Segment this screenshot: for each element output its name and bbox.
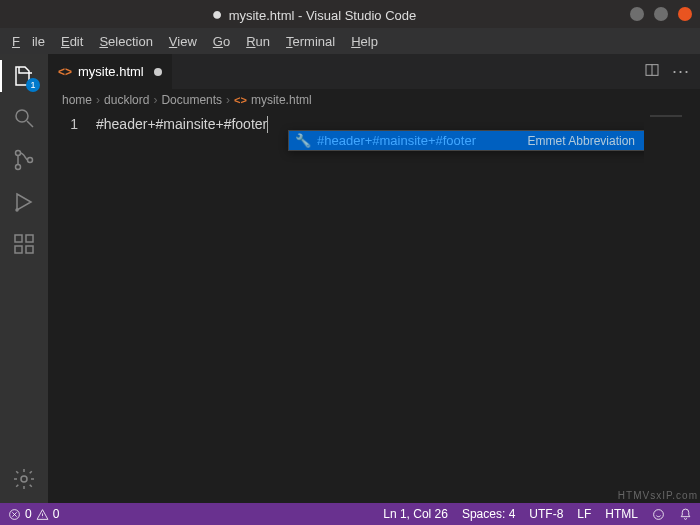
menu-help[interactable]: Help [345, 31, 384, 52]
breadcrumb-seg[interactable]: home [62, 93, 92, 107]
html-file-icon: <> [234, 94, 247, 106]
minimap-content [650, 115, 682, 117]
menu-bar: File Edit Selection View Go Run Terminal… [0, 28, 700, 54]
tab-dirty-icon [154, 68, 162, 76]
breadcrumb-seg[interactable]: ducklord [104, 93, 149, 107]
breadcrumb-file[interactable]: mysite.html [251, 93, 312, 107]
run-debug-icon[interactable] [10, 188, 38, 216]
svg-rect-8 [26, 235, 33, 242]
search-icon[interactable] [10, 104, 38, 132]
suggest-match: #header+#mainsite+#footer [317, 133, 476, 148]
breadcrumb-seg[interactable]: Documents [161, 93, 222, 107]
menu-view[interactable]: View [163, 31, 203, 52]
text-cursor [267, 116, 268, 133]
menu-go[interactable]: Go [207, 31, 236, 52]
svg-rect-5 [15, 235, 22, 242]
line-gutter: 1 [48, 111, 96, 503]
status-indent[interactable]: Spaces: 4 [462, 507, 515, 521]
split-editor-icon[interactable] [644, 62, 660, 82]
extensions-icon[interactable] [10, 230, 38, 258]
status-cursor[interactable]: Ln 1, Col 26 [383, 507, 448, 521]
menu-run[interactable]: Run [240, 31, 276, 52]
editor-content[interactable]: 1 #header+#mainsite+#footer 🔧 #header+#m… [48, 111, 700, 503]
tab-mysite[interactable]: <> mysite.html [48, 54, 173, 89]
menu-edit[interactable]: Edit [55, 31, 89, 52]
close-button[interactable] [678, 7, 692, 21]
minimap[interactable] [644, 111, 700, 503]
more-actions-icon[interactable]: ··· [672, 61, 690, 82]
svg-point-1 [16, 151, 21, 156]
suggest-detail: Emmet Abbreviation [528, 134, 635, 148]
bell-icon[interactable] [679, 508, 692, 521]
explorer-badge: 1 [26, 78, 40, 92]
wrench-icon: 🔧 [295, 133, 311, 148]
status-eol[interactable]: LF [577, 507, 591, 521]
maximize-button[interactable] [654, 7, 668, 21]
warning-icon [36, 508, 49, 521]
svg-point-12 [654, 509, 664, 519]
svg-point-9 [21, 476, 27, 482]
tab-bar: <> mysite.html ··· [48, 54, 700, 89]
tab-label: mysite.html [78, 64, 144, 79]
window-title-text: mysite.html - Visual Studio Code [229, 8, 417, 23]
menu-file[interactable]: File [6, 31, 51, 52]
breadcrumb[interactable]: home › ducklord › Documents › <> mysite.… [48, 89, 700, 111]
modified-dot-icon: ● [212, 4, 223, 24]
menu-selection[interactable]: Selection [93, 31, 158, 52]
error-icon [8, 508, 21, 521]
source-control-icon[interactable] [10, 146, 38, 174]
svg-rect-6 [15, 246, 22, 253]
svg-point-2 [16, 165, 21, 170]
feedback-icon[interactable] [652, 508, 665, 521]
activity-bar: 1 [0, 54, 48, 503]
status-bar: 0 0 Ln 1, Col 26 Spaces: 4 UTF-8 LF HTML [0, 503, 700, 525]
html-file-icon: <> [58, 65, 72, 79]
suggest-item[interactable]: 🔧 #header+#mainsite+#footer Emmet Abbrev… [289, 131, 649, 150]
window-title: ●mysite.html - Visual Studio Code [8, 5, 620, 23]
explorer-icon[interactable]: 1 [10, 62, 38, 90]
svg-point-3 [28, 158, 33, 163]
chevron-right-icon: › [96, 93, 100, 107]
title-bar: ●mysite.html - Visual Studio Code [0, 0, 700, 28]
settings-gear-icon[interactable] [10, 465, 38, 493]
editor-group: <> mysite.html ··· home › ducklord › Doc… [48, 54, 700, 503]
svg-point-0 [16, 110, 28, 122]
chevron-right-icon: › [153, 93, 157, 107]
status-language[interactable]: HTML [605, 507, 638, 521]
status-problems[interactable]: 0 0 [8, 507, 59, 521]
svg-rect-7 [26, 246, 33, 253]
status-encoding[interactable]: UTF-8 [529, 507, 563, 521]
menu-terminal[interactable]: Terminal [280, 31, 341, 52]
line-number: 1 [48, 115, 78, 134]
suggest-widget[interactable]: 🔧 #header+#mainsite+#footer Emmet Abbrev… [288, 130, 650, 151]
chevron-right-icon: › [226, 93, 230, 107]
minimize-button[interactable] [630, 7, 644, 21]
